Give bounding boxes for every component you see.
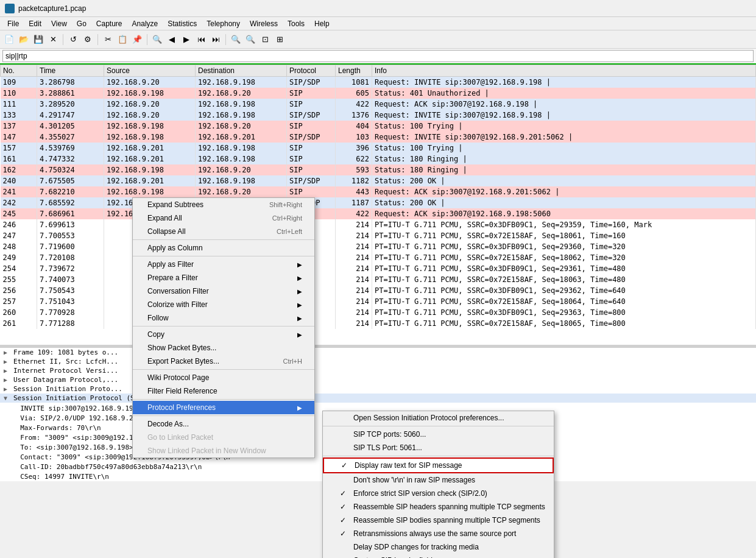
sub-dont-show-rn[interactable]: Don't show '\r\n' in raw SIP messages <box>323 473 554 487</box>
table-row[interactable]: 161 4.747332 192.168.9.201 192.168.9.198… <box>1 154 756 164</box>
table-row[interactable]: 111 3.289520 192.168.9.20 192.168.9.198 … <box>1 99 756 110</box>
ctx-conversation-filter[interactable]: Conversation Filter ▶ <box>133 284 314 298</box>
detail-udp-label: User Datagram Protocol,... <box>13 376 118 384</box>
menu-statistics[interactable]: Statistics <box>163 18 202 29</box>
table-row[interactable]: 254 7.739672 RTP 214 PT=ITU-T G.711 PCMU… <box>1 263 756 274</box>
detail-ethernet[interactable]: ▶ Ethernet II, Src: LcfcH... <box>0 357 756 366</box>
table-row[interactable]: 247 7.700553 RTP 214 PT=ITU-T G.711 PCMU… <box>1 230 756 241</box>
toolbar-cut[interactable]: ✂ <box>101 33 115 46</box>
toolbar-next[interactable]: ▶ <box>180 33 193 46</box>
toolbar-save[interactable]: 💾 <box>32 33 45 46</box>
menu-telephony[interactable]: Telephony <box>202 18 245 29</box>
ctx-follow[interactable]: Follow ▶ <box>133 311 314 325</box>
toolbar-zoom-out[interactable]: 🔍 <box>244 33 257 46</box>
detail-frame[interactable]: ▶ Frame 109: 1081 bytes o... <box>0 348 756 357</box>
table-row[interactable]: 255 7.740073 RTP 214 PT=ITU-T G.711 PCMU… <box>1 274 756 285</box>
table-row[interactable]: 249 7.720108 RTP 214 PT=ITU-T G.711 PCMU… <box>1 252 756 263</box>
sub-delay-sdp[interactable]: Delay SDP changes for tracking media <box>323 540 554 554</box>
sub-retransmissions[interactable]: ✓ Retransmissions always use the same so… <box>323 527 554 540</box>
ctx-apply-column[interactable]: Apply as Column <box>133 241 314 255</box>
menu-capture[interactable]: Capture <box>91 18 127 29</box>
toolbar-new[interactable]: 📄 <box>2 33 16 46</box>
ctx-expand-all[interactable]: Expand All Ctrl+Right <box>133 211 314 225</box>
ctx-copy[interactable]: Copy ▶ <box>133 328 314 341</box>
table-row[interactable]: 257 7.751043 RTP 214 PT=ITU-T G.711 PCMU… <box>1 296 756 307</box>
ctx-apply-filter[interactable]: Apply as Filter ▶ <box>133 258 314 271</box>
toolbar-prev[interactable]: ◀ <box>165 33 178 46</box>
sub-reassemble-headers[interactable]: ✓ Reassemble SIP headers spanning multip… <box>323 500 554 514</box>
toolbar-paste[interactable]: 📌 <box>130 33 144 46</box>
toolbar-open[interactable]: 📂 <box>17 33 30 46</box>
ctx-show-linked[interactable]: Show Linked Packet in New Window <box>133 444 314 457</box>
toolbar-capture-opts[interactable]: ⚙ <box>81 33 94 46</box>
menu-edit[interactable]: Edit <box>24 18 46 29</box>
toolbar-find[interactable]: 🔍 <box>150 33 164 46</box>
ctx-expand-subtrees[interactable]: Expand Subtrees Shift+Right <box>133 198 314 211</box>
menu-go[interactable]: Go <box>72 18 91 29</box>
ctx-decode-as[interactable]: Decode As... <box>133 417 314 431</box>
expander-sip: ▶ <box>4 386 11 392</box>
toolbar-expand[interactable]: ⊞ <box>273 33 286 46</box>
checkmark-reassemble-hdr: ✓ <box>340 503 350 511</box>
table-row[interactable]: 261 7.771288 RTP 214 PT=ITU-T G.711 PCMU… <box>1 318 756 329</box>
detail-sip-raw[interactable]: ▼ Session Initiation Protocol (SIP as ra… <box>0 394 756 403</box>
table-row[interactable]: 260 7.770928 RTP 214 PT=ITU-T G.711 PCMU… <box>1 307 756 318</box>
col-length: Length <box>336 65 372 77</box>
table-row[interactable]: 162 4.750324 192.168.9.198 192.168.9.20 … <box>1 164 756 175</box>
table-row[interactable]: 157 4.539769 192.168.9.201 192.168.9.198… <box>1 143 756 154</box>
table-row[interactable]: 147 4.355027 192.168.9.198 192.168.9.201… <box>1 132 756 143</box>
ctx-colorize-filter[interactable]: Colorize with Filter ▶ <box>133 298 314 311</box>
ctx-wiki[interactable]: Wiki Protocol Page <box>133 371 314 384</box>
menu-analyze[interactable]: Analyze <box>127 18 163 29</box>
table-row[interactable]: 137 4.301205 192.168.9.198 192.168.9.20 … <box>1 121 756 132</box>
ctx-show-packet-bytes[interactable]: Show Packet Bytes... <box>133 341 314 355</box>
table-row[interactable]: 256 7.750543 RTP 214 PT=ITU-T G.711 PCMU… <box>1 285 756 296</box>
menu-tools[interactable]: Tools <box>283 18 309 29</box>
sub-sip-tls-port[interactable]: SIP TLS Port: 5061... <box>323 441 554 454</box>
menu-file[interactable]: File <box>2 18 24 29</box>
table-row[interactable]: 246 7.699613 RTP 214 PT=ITU-T G.711 PCMU… <box>1 219 756 230</box>
sub-display-raw-text[interactable]: ✓ Display raw text for SIP message <box>323 457 554 473</box>
ctx-protocol-prefs[interactable]: Protocol Preferences ▶ <box>133 401 314 414</box>
sub-reassemble-bodies[interactable]: ✓ Reassemble SIP bodies spanning multipl… <box>323 514 554 527</box>
expander-sip-raw: ▼ <box>4 395 11 401</box>
table-row[interactable]: 241 7.682210 192.168.9.198 192.168.9.20 … <box>1 186 756 197</box>
col-time: Time <box>37 65 104 77</box>
checkmark-reassemble-body: ✓ <box>340 516 350 524</box>
toolbar-close[interactable]: ✕ <box>46 33 60 46</box>
toolbar-reload[interactable]: ↺ <box>66 33 80 46</box>
sub-custom-sip[interactable]: Custom SIP header fields... <box>323 554 554 558</box>
ctx-prepare-filter[interactable]: Prepare a Filter ▶ <box>133 271 314 284</box>
ctx-sep-2 <box>133 256 314 256</box>
filter-input[interactable]: sip||rtp <box>2 50 754 62</box>
table-row[interactable]: 110 3.288861 192.168.9.198 192.168.9.20 … <box>1 88 756 99</box>
toolbar-last[interactable]: ⏭ <box>209 33 222 46</box>
toolbar-first[interactable]: ⏮ <box>194 33 208 46</box>
menu-view[interactable]: View <box>46 18 72 29</box>
table-row[interactable]: 240 7.675505 192.168.9.201 192.168.9.198… <box>1 175 756 186</box>
toolbar-zoom-reset[interactable]: ⊡ <box>258 33 272 46</box>
menu-help[interactable]: Help <box>309 18 334 29</box>
toolbar-zoom-in[interactable]: 🔍 <box>229 33 242 46</box>
table-row[interactable]: 242 7.685592 192.168.9.20 192.168.9.198 … <box>1 197 756 208</box>
menu-wireless[interactable]: Wireless <box>245 18 283 29</box>
detail-sip[interactable]: ▶ Session Initiation Proto... <box>0 384 756 394</box>
sub-open-sip-prefs[interactable]: Open Session Initiation Protocol prefere… <box>323 411 554 425</box>
table-row[interactable]: 109 3.286798 192.168.9.20 192.168.9.198 … <box>1 77 756 88</box>
toolbar-copy[interactable]: 📋 <box>116 33 129 46</box>
sub-sip-tcp-ports[interactable]: SIP TCP ports: 5060... <box>323 428 554 441</box>
col-destination: Destination <box>196 65 287 77</box>
table-row[interactable]: 248 7.719600 RTP 214 PT=ITU-T G.711 PCMU… <box>1 241 756 252</box>
ctx-export-packet-bytes[interactable]: Export Packet Bytes... Ctrl+H <box>133 355 314 368</box>
col-info: Info <box>372 65 756 77</box>
detail-udp[interactable]: ▶ User Datagram Protocol,... <box>0 375 756 384</box>
sub-enforce-strict[interactable]: ✓ Enforce strict SIP version check (SIP/… <box>323 487 554 500</box>
table-row[interactable]: 245 7.686961 192.168.9.198 192.168.9.20 … <box>1 208 756 219</box>
table-row[interactable]: 133 4.291747 192.168.9.20 192.168.9.198 … <box>1 110 756 121</box>
ctx-go-linked[interactable]: Go to Linked Packet <box>133 431 314 444</box>
packet-list: No. Time Source Destination Protocol Len… <box>0 65 756 345</box>
ctx-collapse-all[interactable]: Collapse All Ctrl+Left <box>133 225 314 238</box>
ctx-filter-ref[interactable]: Filter Field Reference <box>133 384 314 398</box>
detail-ethernet-label: Ethernet II, Src: LcfcH... <box>13 358 118 366</box>
detail-ip[interactable]: ▶ Internet Protocol Versi... <box>0 366 756 375</box>
